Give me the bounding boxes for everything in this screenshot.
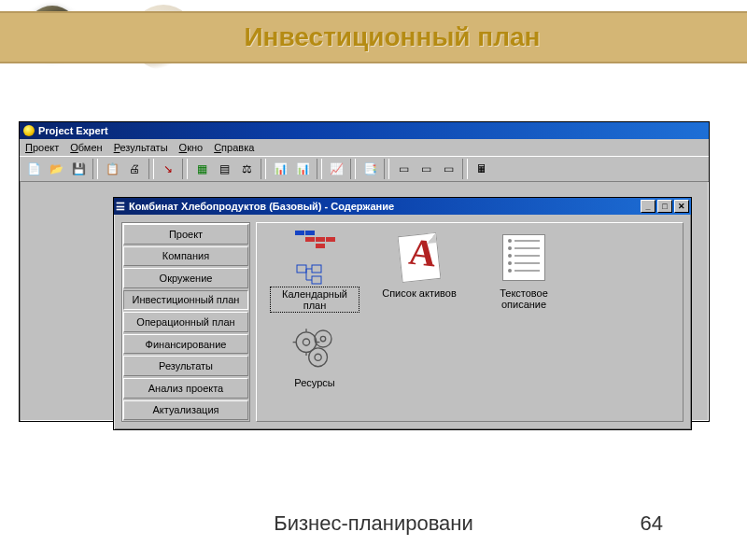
svg-point-8	[315, 354, 321, 360]
tb-scale[interactable]: ⚖	[236, 159, 257, 179]
tb-grid[interactable]: ▤	[214, 159, 234, 179]
svg-rect-1	[312, 265, 321, 273]
nav-tab-4[interactable]: Операционный план	[123, 312, 248, 332]
svg-rect-2	[312, 276, 321, 284]
item-assets-list[interactable]: А Список активов	[374, 232, 464, 300]
nav-tab-8[interactable]: Актуализация	[123, 400, 248, 421]
menu-exchange[interactable]: Обмен	[70, 142, 102, 153]
calendar-plan-icon	[289, 232, 340, 283]
item-label: Текстовое описание	[479, 287, 569, 311]
app-title: Project Expert	[38, 125, 108, 136]
app-titlebar[interactable]: Project Expert	[20, 122, 709, 139]
nav-tab-1[interactable]: Компания	[123, 246, 248, 267]
tb-new[interactable]: 📄	[23, 159, 44, 179]
tb-chart2[interactable]: 📊	[292, 159, 313, 179]
tb-sep	[350, 159, 356, 179]
menu-window[interactable]: Окно	[179, 142, 204, 153]
item-label: Ресурсы	[290, 376, 338, 389]
assets-icon: А	[394, 232, 444, 283]
app-window: Project Expert Проект Обмен Результаты О…	[19, 121, 710, 422]
slide-header: Инвестиционный план	[0, 11, 747, 63]
nav-tab-6[interactable]: Результаты	[123, 356, 248, 376]
tb-sep	[261, 159, 266, 179]
item-text-desc[interactable]: Текстовое описание	[479, 232, 569, 311]
tb-win2[interactable]: ▭	[416, 159, 436, 179]
tb-copy[interactable]: 📋	[102, 159, 122, 179]
tb-open[interactable]: 📂	[46, 159, 66, 179]
svg-point-6	[320, 336, 325, 341]
gears-icon	[289, 322, 340, 372]
tree-icon: ☰	[116, 201, 125, 213]
nav-tab-7[interactable]: Анализ проекта	[123, 378, 248, 399]
svg-point-4	[303, 339, 309, 345]
svg-point-5	[315, 330, 331, 347]
tb-table[interactable]: ▦	[191, 159, 212, 179]
tb-sep	[182, 159, 188, 179]
child-body: ПроектКомпанияОкружениеИнвестиционный пл…	[114, 215, 691, 429]
tb-sep	[462, 159, 468, 179]
item-resources[interactable]: Ресурсы	[270, 322, 359, 389]
item-calendar-plan[interactable]: Календарный план	[270, 232, 359, 313]
maximize-button[interactable]: □	[657, 200, 672, 213]
minimize-button[interactable]: _	[641, 200, 655, 213]
tb-calc[interactable]: 🖩	[472, 159, 492, 179]
nav-tab-3[interactable]: Инвестиционный план	[123, 290, 248, 311]
item-label: Список активов	[378, 287, 460, 300]
page-number: 64	[641, 511, 663, 536]
tb-exit[interactable]: ↘	[158, 159, 178, 179]
nav-tab-0[interactable]: Проект	[123, 224, 248, 245]
tb-win3[interactable]: ▭	[438, 159, 458, 179]
child-window: ☰ Комбинат Хлебопродуктов (Базовый) - Со…	[113, 197, 692, 430]
content-pane: Календарный план	[256, 222, 684, 422]
bulb-icon	[23, 125, 35, 136]
tb-report[interactable]: 📑	[359, 159, 380, 179]
text-desc-icon	[499, 232, 549, 283]
menu-project[interactable]: Проект	[25, 142, 59, 153]
footer-text: Бизнес-планировани	[274, 511, 473, 536]
toolbar: 📄 📂 💾 📋 🖨 ↘ ▦ ▤ ⚖ 📊 📊 📈 📑 ▭ ▭ ▭ 🖩	[20, 156, 709, 182]
tb-chart1[interactable]: 📊	[270, 159, 290, 179]
menubar[interactable]: Проект Обмен Результаты Окно Справка	[20, 139, 709, 156]
tb-sep	[92, 159, 98, 179]
tb-graph[interactable]: 📈	[326, 159, 346, 179]
nav-tab-5[interactable]: Финансирование	[123, 334, 248, 355]
tb-print[interactable]: 🖨	[124, 159, 145, 179]
child-titlebar[interactable]: ☰ Комбинат Хлебопродуктов (Базовый) - Со…	[114, 198, 691, 215]
svg-point-7	[309, 348, 328, 367]
menu-results[interactable]: Результаты	[114, 142, 168, 153]
slide-title: Инвестиционный план	[244, 22, 540, 52]
nav-tab-2[interactable]: Окружение	[123, 268, 248, 288]
tb-sep	[148, 159, 154, 179]
svg-rect-0	[297, 265, 306, 273]
nav-tabs: ПроектКомпанияОкружениеИнвестиционный пл…	[121, 222, 250, 422]
item-label: Календарный план	[270, 287, 359, 313]
close-button[interactable]: ✕	[674, 200, 689, 213]
tb-sep	[317, 159, 322, 179]
slide-footer: Бизнес-планировани 64	[0, 511, 747, 536]
child-title: Комбинат Хлебопродуктов (Базовый) - Соде…	[129, 201, 641, 212]
tb-sep	[384, 159, 389, 179]
tb-win1[interactable]: ▭	[393, 159, 414, 179]
menu-help[interactable]: Справка	[214, 142, 254, 153]
tb-save[interactable]: 💾	[68, 159, 89, 179]
